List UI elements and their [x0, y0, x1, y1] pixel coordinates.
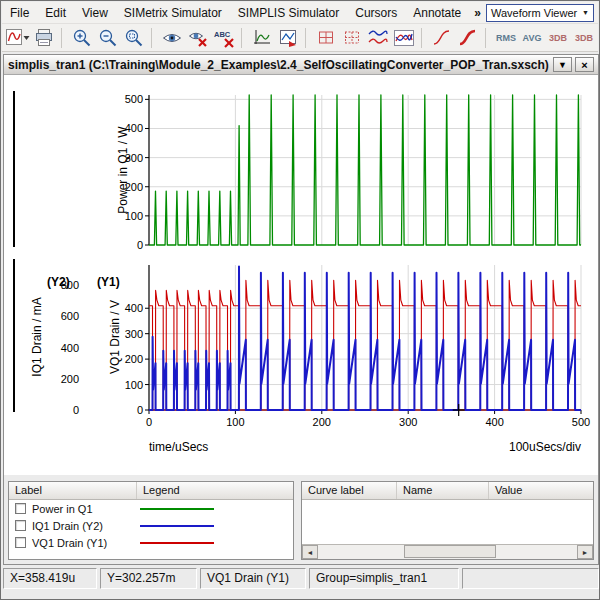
status-filler [462, 568, 599, 589]
curve-color-sample [140, 525, 214, 527]
curves2-icon [393, 28, 415, 48]
legend-header-legend[interactable]: Legend [137, 482, 293, 499]
curve-checkbox[interactable] [15, 520, 26, 531]
menu-file[interactable]: File [2, 3, 37, 23]
delete-text-button[interactable]: ABC [211, 26, 237, 50]
application-window: FileEditViewSIMetrix SimulatorSIMPLIS Si… [0, 0, 600, 600]
curve-checkbox[interactable] [15, 537, 26, 548]
overlay-curves-button[interactable] [391, 26, 417, 50]
scroll-thumb[interactable] [404, 545, 496, 558]
status-bar: X=358.419u Y=302.257m VQ1 Drain (Y1) Gro… [3, 568, 599, 589]
menu-view[interactable]: View [74, 3, 116, 23]
scroll-left-button[interactable]: ◄ [302, 545, 318, 559]
power-axis-label: Power in Q1 / W [116, 126, 130, 214]
measurement-body [302, 500, 593, 544]
measurement-panel: Curve label Name Value ◄ ► [301, 481, 594, 560]
print-button[interactable] [31, 26, 57, 50]
curve-label[interactable]: VQ1 Drain (Y1) [32, 537, 134, 549]
menu-edit[interactable]: Edit [37, 3, 74, 23]
legend-rows: Power in Q1IQ1 Drain (Y2)VQ1 Drain (Y1) [9, 500, 293, 559]
scurve2-icon [458, 28, 478, 48]
menu-annotate[interactable]: Annotate [405, 3, 469, 23]
curve-header-value[interactable]: Value [489, 482, 593, 499]
curve-label[interactable]: IQ1 Drain (Y2) [32, 520, 134, 532]
zoom-area-button[interactable] [121, 26, 147, 50]
db3-button-label: 3DB [549, 33, 567, 43]
curve-drop-icon [6, 28, 30, 48]
stack-curves-button[interactable] [365, 26, 391, 50]
x-axis-label: time/uSecs [149, 440, 208, 454]
vq1-ytick-label: 200 [125, 353, 143, 365]
curve-header-label[interactable]: Curve label [302, 482, 397, 499]
vq1-ytick-label: 100 [125, 379, 143, 391]
menu-simetrix-simulator[interactable]: SIMetrix Simulator [116, 3, 230, 23]
scurve-icon [432, 28, 452, 48]
toolbar: ABCRMSAVG3DB3DB [2, 24, 598, 52]
iq1-drain-curve [149, 267, 581, 410]
viewer-select[interactable]: Waveform Viewer ▼ [486, 4, 594, 22]
eye-icon [162, 28, 182, 48]
add-curves-button[interactable] [5, 26, 31, 50]
status-curve-name: VQ1 Drain (Y1) [200, 568, 306, 589]
document-titlebar[interactable]: simplis_tran1 (C:\Training\Module_2_Exam… [4, 55, 598, 75]
curve-label[interactable]: Power in Q1 [32, 503, 134, 515]
add-axis-button[interactable] [249, 26, 275, 50]
toggle-grid-button[interactable] [313, 26, 339, 50]
document-title: simplis_tran1 (C:\Training\Module_2_Exam… [8, 58, 550, 72]
scroll-track[interactable] [318, 545, 577, 559]
abc-x-icon: ABC [213, 28, 235, 48]
toolbar-separator [61, 28, 67, 48]
hide-curves-button[interactable] [185, 26, 211, 50]
close-button[interactable]: × [575, 57, 594, 72]
menu-overflow[interactable]: » [469, 3, 486, 23]
eye-x-icon [188, 28, 208, 48]
menu-bar: FileEditViewSIMetrix SimulatorSIMPLIS Si… [2, 2, 598, 24]
db3-button-2[interactable]: 3DB [571, 26, 597, 50]
toolbar-separator [485, 28, 491, 48]
chevron-down-icon: ▼ [582, 9, 589, 16]
waveform-document-window: simplis_tran1 (C:\Training\Module_2_Exam… [3, 54, 599, 565]
zoom-area-icon [124, 28, 144, 48]
x-tick-label: 100 [226, 416, 244, 428]
toolbar-separator [421, 28, 427, 48]
toolbar-separator [241, 28, 247, 48]
rms-button[interactable]: RMS [493, 26, 519, 50]
restore-button[interactable]: ▼ [553, 57, 572, 72]
svg-text:ABC: ABC [214, 30, 231, 39]
iq1-ytick-label: 600 [61, 310, 79, 322]
avg-button-label: AVG [523, 33, 542, 43]
rms-button-label: RMS [496, 33, 516, 43]
avg-button[interactable]: AVG [519, 26, 545, 50]
status-group: Group=simplis_tran1 [309, 568, 459, 589]
show-curves-button[interactable] [159, 26, 185, 50]
close-icon: × [581, 59, 587, 71]
horizontal-scrollbar[interactable]: ◄ ► [302, 544, 593, 559]
iq1-ytick-label: 200 [61, 373, 79, 385]
curve-header-name[interactable]: Name [397, 482, 489, 499]
y2-axis-tag: (Y2) [47, 275, 70, 289]
db3-button-2-label: 3DB [575, 33, 593, 43]
printer-icon [34, 28, 54, 48]
toggle-minor-grid-button[interactable] [339, 26, 365, 50]
curve-color-sample [140, 542, 214, 544]
vq1-ytick-label: 400 [125, 302, 143, 314]
chart-area[interactable]: 0100200300400500010020030040002004006008… [4, 75, 598, 475]
zoom-in-button[interactable] [69, 26, 95, 50]
plot-add-icon [278, 28, 298, 48]
menu-simplis-simulator[interactable]: SIMPLIS Simulator [230, 3, 347, 23]
vq1-ytick-label: 300 [125, 328, 143, 340]
menu-cursors[interactable]: Cursors [347, 3, 405, 23]
zoom-out-button[interactable] [95, 26, 121, 50]
thick-curve-button[interactable] [455, 26, 481, 50]
curve-color-sample [140, 508, 214, 510]
scroll-right-button[interactable]: ► [577, 545, 593, 559]
curve-checkbox[interactable] [15, 503, 26, 514]
legend-header-label[interactable]: Label [9, 482, 137, 499]
vq1-ytick-label: 0 [137, 404, 143, 416]
x-scale-label: 100uSecs/div [509, 440, 581, 454]
db3-button[interactable]: 3DB [545, 26, 571, 50]
zoom-out-icon [98, 28, 118, 48]
grid2-icon [342, 28, 362, 48]
smooth-curve-button[interactable] [429, 26, 455, 50]
add-plot-button[interactable] [275, 26, 301, 50]
